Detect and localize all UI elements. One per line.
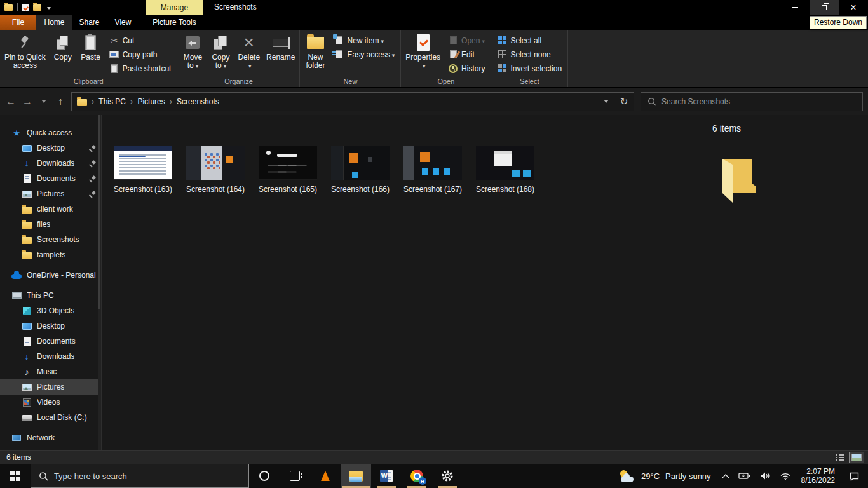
invert-selection-button[interactable]: Invert selection xyxy=(495,62,564,74)
move-to-button[interactable]: Move to xyxy=(179,31,207,77)
delete-button[interactable]: Delete xyxy=(234,31,263,77)
chevron-right-icon[interactable] xyxy=(130,97,133,106)
tab-view[interactable]: View xyxy=(106,15,140,30)
copy-to-button[interactable]: Copy to xyxy=(207,31,234,77)
up-button[interactable] xyxy=(52,93,69,110)
word-icon xyxy=(380,470,393,482)
properties-button[interactable]: Properties xyxy=(402,31,444,77)
task-view-button[interactable] xyxy=(280,464,310,488)
sidebar-item-videos[interactable]: Videos xyxy=(0,395,101,410)
tab-picture-tools[interactable]: Picture Tools xyxy=(146,15,203,30)
taskbar-clock[interactable]: 2:07 PM 8/16/2022 xyxy=(796,464,841,488)
taskbar-search[interactable] xyxy=(31,464,249,488)
sidebar-item-files[interactable]: files xyxy=(0,217,101,232)
tab-home[interactable]: Home xyxy=(36,15,72,30)
taskbar-word[interactable] xyxy=(371,464,402,488)
taskbar-search-input[interactable] xyxy=(54,471,241,481)
sidebar-item-pictures[interactable]: Pictures xyxy=(0,186,101,201)
copy-path-button[interactable]: Copy path xyxy=(107,48,173,60)
taskbar-settings[interactable] xyxy=(432,464,463,488)
contextual-tab-manage[interactable]: Manage xyxy=(146,0,203,15)
sidebar-item-3d-objects[interactable]: 3D Objects xyxy=(0,303,101,318)
paste-shortcut-button[interactable]: Paste shortcut xyxy=(107,62,173,74)
tab-share[interactable]: Share xyxy=(72,15,106,30)
back-button[interactable] xyxy=(3,93,19,110)
file-tile[interactable]: Screenshot (166) xyxy=(327,146,393,194)
sidebar-item-client-work[interactable]: client work xyxy=(0,201,101,217)
taskbar-file-explorer[interactable] xyxy=(341,464,371,488)
file-tile[interactable]: Screenshot (168) xyxy=(472,146,538,194)
volume-status[interactable] xyxy=(755,464,775,488)
open-button[interactable]: Open xyxy=(446,34,487,46)
new-item-button[interactable]: New item xyxy=(332,34,397,46)
sidebar-section-quick-access[interactable]: Quick access xyxy=(0,125,101,140)
address-bar[interactable]: This PC Pictures Screenshots xyxy=(71,92,634,111)
tab-file[interactable]: File xyxy=(0,15,36,30)
sidebar-item-desktop-pc[interactable]: Desktop xyxy=(0,318,101,334)
refresh-icon[interactable] xyxy=(614,93,634,111)
sidebar-item-pictures-pc[interactable]: Pictures xyxy=(0,379,101,395)
folder-icon[interactable] xyxy=(4,4,13,11)
sidebar-section-onedrive[interactable]: OneDrive - Personal xyxy=(0,268,101,283)
chevron-right-icon[interactable] xyxy=(170,97,172,106)
close-button[interactable] xyxy=(839,0,868,15)
copy-button[interactable]: Copy xyxy=(49,31,77,77)
address-dropdown-button[interactable] xyxy=(598,93,614,111)
sidebar-item-documents[interactable]: Documents xyxy=(0,171,101,186)
pin-to-quick-access-button[interactable]: Pin to Quick access xyxy=(1,31,49,77)
paste-button[interactable]: Paste xyxy=(77,31,105,77)
properties-icon[interactable] xyxy=(22,4,29,11)
taskbar-vlc[interactable] xyxy=(310,464,341,488)
details-view-button[interactable] xyxy=(832,452,847,463)
chevron-right-icon[interactable] xyxy=(92,97,94,106)
sidebar-item-downloads[interactable]: Downloads xyxy=(0,156,101,171)
file-tile[interactable]: Screenshot (164) xyxy=(182,146,248,194)
sidebar-section-this-pc[interactable]: This PC xyxy=(0,288,101,303)
battery-status[interactable] xyxy=(734,464,755,488)
file-tile[interactable]: Screenshot (165) xyxy=(255,146,321,194)
search-input[interactable] xyxy=(661,97,856,106)
show-hidden-icons-button[interactable] xyxy=(717,464,734,488)
sidebar-item-local-disk-c[interactable]: Local Disk (C:) xyxy=(0,410,101,425)
folder-icon[interactable] xyxy=(33,4,41,11)
action-center-button[interactable] xyxy=(841,464,868,488)
breadcrumb-pictures[interactable]: Pictures xyxy=(137,97,165,106)
group-label-open: Open xyxy=(402,77,489,87)
file-tile[interactable]: Screenshot (167) xyxy=(400,146,466,194)
sidebar-item-tamplets[interactable]: tamplets xyxy=(0,247,101,262)
weather-widget[interactable]: 29°C Partly sunny xyxy=(613,464,717,488)
select-all-button[interactable]: Select all xyxy=(495,34,564,46)
cortana-button[interactable] xyxy=(249,464,280,488)
breadcrumb-this-pc[interactable]: This PC xyxy=(98,97,126,106)
easy-access-button[interactable]: Easy access xyxy=(332,48,397,60)
onedrive-cloud-icon xyxy=(11,270,22,280)
edit-button[interactable]: Edit xyxy=(446,48,487,60)
select-none-button[interactable]: Select none xyxy=(495,48,564,60)
sidebar-scrollbar[interactable] xyxy=(98,115,101,450)
sidebar-section-network[interactable]: Network xyxy=(0,430,101,445)
sidebar-item-desktop[interactable]: Desktop xyxy=(0,140,101,156)
sidebar-item-screenshots[interactable]: Screenshots xyxy=(0,232,101,247)
restore-down-button[interactable] xyxy=(810,0,839,15)
minimize-button[interactable] xyxy=(780,0,810,15)
file-tile[interactable]: Screenshot (163) xyxy=(110,146,176,194)
network-status[interactable] xyxy=(775,464,796,488)
start-button[interactable] xyxy=(0,464,31,488)
cut-button[interactable]: Cut xyxy=(107,34,173,46)
sidebar-item-music[interactable]: Music xyxy=(0,364,101,379)
customize-caret-icon[interactable] xyxy=(46,6,52,10)
rename-button[interactable]: Rename xyxy=(263,31,298,77)
taskbar-chrome[interactable]: H xyxy=(402,464,432,488)
forward-button[interactable] xyxy=(19,93,36,110)
notification-bubble-icon xyxy=(849,471,860,481)
sidebar-item-documents-pc[interactable]: Documents xyxy=(0,334,101,349)
new-folder-button[interactable]: New folder xyxy=(301,31,329,77)
breadcrumb-screenshots[interactable]: Screenshots xyxy=(177,97,219,106)
recent-locations-dropdown[interactable] xyxy=(36,93,52,110)
pin-icon xyxy=(20,36,30,50)
group-label-select: Select xyxy=(492,77,566,87)
search-box[interactable] xyxy=(641,92,863,111)
thumbnail-view-button[interactable] xyxy=(849,452,864,463)
history-button[interactable]: History xyxy=(446,62,487,74)
sidebar-item-downloads-pc[interactable]: Downloads xyxy=(0,349,101,364)
